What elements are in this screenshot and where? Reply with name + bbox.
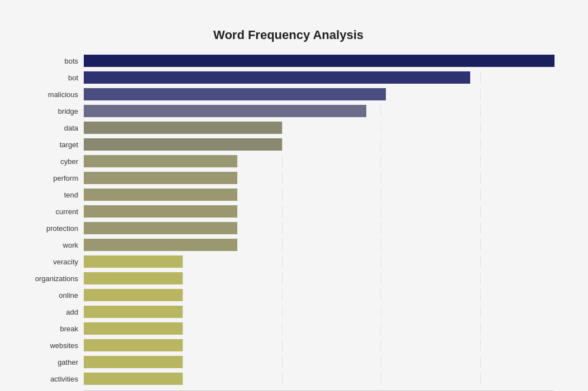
bar-row: veracity — [22, 254, 554, 269]
bar — [84, 172, 237, 184]
bar-label: break — [22, 325, 84, 333]
bar-wrapper — [84, 172, 554, 184]
bar — [84, 105, 366, 117]
bar — [84, 289, 183, 301]
bar-label: gather — [22, 358, 84, 366]
bar-label: bridge — [22, 107, 84, 115]
bar-row: break — [22, 321, 554, 336]
bar-label: current — [22, 207, 84, 216]
bar-row: organizations — [22, 271, 554, 286]
bar-label: data — [22, 124, 84, 132]
chart-title: Word Frequency Analysis — [22, 22, 554, 42]
bar — [84, 138, 282, 151]
bar-label: cyber — [22, 157, 84, 166]
bar-wrapper — [84, 339, 554, 351]
bar-row: bots — [22, 54, 554, 68]
bar-label: work — [22, 241, 84, 249]
bar-wrapper — [84, 55, 554, 67]
bar-row: activities — [22, 371, 554, 386]
bar — [84, 339, 183, 351]
bar — [84, 306, 183, 318]
bar-wrapper — [84, 373, 554, 385]
bar — [84, 255, 183, 268]
bar-wrapper — [84, 306, 554, 318]
bar-label: websites — [22, 341, 84, 350]
bar-label: veracity — [22, 258, 84, 266]
bar-wrapper — [84, 138, 554, 151]
bar-wrapper — [84, 205, 554, 218]
bar-wrapper — [84, 255, 554, 268]
bar — [84, 189, 237, 201]
bar-row: online — [22, 288, 554, 302]
bar-label: malicious — [22, 90, 84, 99]
bar-label: bots — [22, 57, 84, 65]
bar-label: add — [22, 308, 84, 316]
bar-row: tend — [22, 187, 554, 202]
bar — [84, 205, 237, 218]
bar-wrapper — [84, 189, 554, 201]
bar-label: online — [22, 291, 84, 300]
bar — [84, 122, 282, 134]
bar-row: current — [22, 204, 554, 219]
bar-wrapper — [84, 155, 554, 167]
bar-label: perform — [22, 174, 84, 182]
bar-row: work — [22, 238, 554, 252]
bar — [84, 239, 237, 251]
bar-wrapper — [84, 222, 554, 234]
bar-wrapper — [84, 71, 554, 84]
bar-label: tend — [22, 191, 84, 199]
bar-label: organizations — [22, 274, 84, 283]
bar-label: bot — [22, 74, 84, 82]
bar-row: add — [22, 305, 554, 319]
bar-wrapper — [84, 272, 554, 284]
bar — [84, 222, 237, 234]
bar-label: target — [22, 141, 84, 149]
bar-label: protection — [22, 224, 84, 233]
bar-row: websites — [22, 338, 554, 353]
bar-label: activities — [22, 375, 84, 383]
bar — [84, 155, 237, 167]
bar-row: bridge — [22, 104, 554, 118]
bars-section: botsbotmaliciousbridgedatatargetcyberper… — [22, 54, 554, 388]
bar — [84, 322, 183, 335]
bar-wrapper — [84, 105, 554, 117]
bar — [84, 71, 470, 84]
bar-row: malicious — [22, 87, 554, 102]
bar-wrapper — [84, 289, 554, 301]
bar-wrapper — [84, 356, 554, 368]
bar — [84, 88, 386, 100]
bar-wrapper — [84, 239, 554, 251]
bar-row: perform — [22, 171, 554, 185]
bar — [84, 55, 554, 67]
bar-row: data — [22, 120, 554, 135]
bar-row: cyber — [22, 154, 554, 168]
bar-row: protection — [22, 221, 554, 235]
bar — [84, 373, 183, 385]
chart-container: Word Frequency Analysis botsbotmalicious… — [11, 11, 577, 391]
bar — [84, 356, 183, 368]
bar-row: bot — [22, 70, 554, 85]
bar — [84, 272, 183, 284]
bar-wrapper — [84, 88, 554, 100]
bar-row: target — [22, 137, 554, 152]
bar-wrapper — [84, 322, 554, 335]
bar-row: gather — [22, 355, 554, 369]
bar-wrapper — [84, 122, 554, 134]
